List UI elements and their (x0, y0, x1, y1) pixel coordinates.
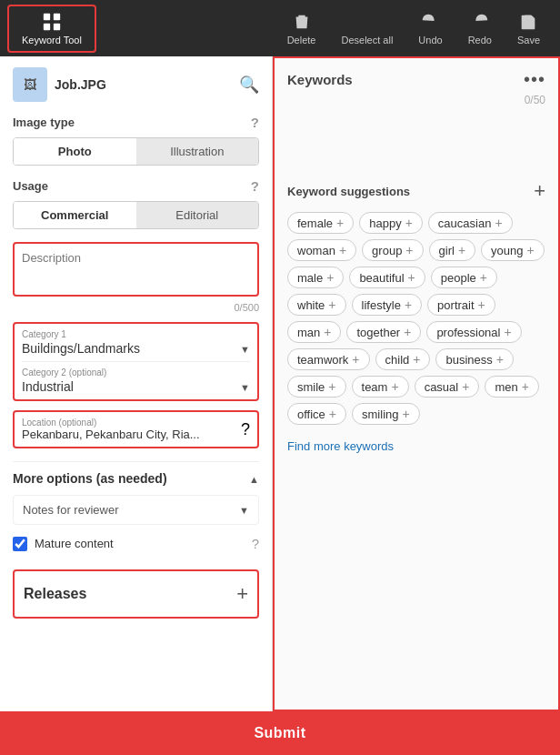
description-count: 0/500 (13, 302, 259, 313)
find-more-keywords-link[interactable]: Find more keywords (287, 439, 394, 453)
redo-icon (470, 12, 490, 32)
usage-section: Usage ? Commercial Editorial (13, 178, 259, 229)
category-section[interactable]: Category 1 Buildings/Landmarks Category … (13, 322, 259, 401)
photo-button[interactable]: Photo (14, 138, 136, 165)
keyword-tag[interactable]: smiling+ (352, 403, 420, 425)
releases-label: Releases (24, 586, 86, 602)
illustration-button[interactable]: Illustration (136, 138, 259, 165)
toolbar: Keyword Tool Delete Deselect all Undo Re… (0, 0, 560, 56)
mature-content-row: Mature content ? (13, 532, 259, 560)
location-value: Pekanbaru, Pekanbaru City, Ria... (22, 428, 200, 441)
keyword-tag[interactable]: child+ (375, 348, 431, 370)
notes-chevron-icon (239, 503, 249, 517)
usage-help-icon[interactable]: ? (251, 178, 259, 194)
keyword-tag[interactable]: group+ (362, 239, 423, 261)
submit-bar[interactable]: Submit (0, 711, 560, 755)
keyword-tag[interactable]: smile+ (287, 376, 346, 398)
keyword-tag[interactable]: young+ (481, 239, 545, 261)
mature-help-icon[interactable]: ? (252, 536, 259, 551)
image-type-label: Image type ? (13, 115, 259, 130)
editorial-button[interactable]: Editorial (136, 202, 259, 228)
delete-icon (292, 12, 312, 32)
save-button[interactable]: Save (505, 6, 553, 51)
svg-rect-1 (54, 13, 60, 19)
category1-chevron-icon (240, 341, 250, 356)
location-inner: Location (optional) Pekanbaru, Pekanbaru… (22, 418, 200, 441)
keyword-tag[interactable]: girl+ (429, 239, 476, 261)
description-input[interactable] (13, 242, 259, 297)
keyword-tag[interactable]: male+ (287, 267, 344, 288)
main-content: 🖼 Job.JPG 🔍 Image type ? Photo Illustrat… (0, 56, 560, 711)
category1-label: Category 1 (22, 329, 250, 339)
more-options-header[interactable]: More options (as needed) (13, 461, 259, 495)
keyword-tag[interactable]: together+ (346, 321, 421, 343)
keyword-tag[interactable]: beautiful+ (349, 267, 425, 288)
redo-label: Redo (468, 35, 492, 45)
svg-rect-4 (525, 23, 532, 28)
keyword-tag[interactable]: happy+ (359, 212, 423, 234)
svg-rect-0 (44, 13, 50, 19)
redo-button[interactable]: Redo (455, 6, 505, 51)
location-section[interactable]: Location (optional) Pekanbaru, Pekanbaru… (13, 410, 259, 448)
suggestions-add-icon[interactable]: + (534, 179, 545, 203)
keyword-tag[interactable]: portrait+ (427, 294, 495, 316)
more-options-chevron-icon (249, 471, 259, 486)
keywords-more-icon[interactable]: ••• (524, 69, 545, 90)
releases-add-icon[interactable]: + (236, 582, 248, 606)
commercial-button[interactable]: Commercial (14, 202, 136, 228)
left-panel: 🖼 Job.JPG 🔍 Image type ? Photo Illustrat… (0, 56, 273, 711)
keyword-tag[interactable]: white+ (287, 294, 346, 316)
file-header: 🖼 Job.JPG 🔍 (13, 67, 259, 102)
svg-rect-5 (525, 15, 531, 19)
keyword-tag[interactable]: professional+ (426, 321, 521, 343)
location-help-icon[interactable]: ? (241, 420, 250, 439)
file-info: 🖼 Job.JPG (13, 67, 106, 102)
keyword-tag[interactable]: office+ (287, 403, 346, 425)
undo-icon (420, 12, 440, 32)
keyword-tag[interactable]: caucasian+ (428, 212, 513, 234)
keyword-tag[interactable]: men+ (485, 376, 538, 398)
notes-for-reviewer[interactable]: Notes for reviewer (13, 495, 259, 525)
mature-checkbox[interactable] (13, 537, 27, 551)
deselect-all-label: Deselect all (341, 35, 393, 45)
keyword-tool-label: Keyword Tool (22, 35, 82, 45)
submit-label: Submit (254, 725, 305, 741)
undo-button[interactable]: Undo (405, 6, 455, 51)
keywords-count: 0/50 (287, 94, 545, 106)
keyword-tag[interactable]: lifestyle+ (352, 294, 423, 316)
image-type-help-icon[interactable]: ? (251, 115, 259, 130)
keyword-tags: female+happy+caucasian+woman+group+girl+… (287, 212, 545, 425)
delete-button[interactable]: Delete (275, 6, 329, 51)
more-options-label: More options (as needed) (13, 471, 167, 486)
keyword-tag[interactable]: casual+ (415, 376, 480, 398)
save-label: Save (517, 35, 540, 45)
delete-label: Delete (287, 35, 316, 45)
category2-select[interactable]: Industrial (22, 378, 250, 394)
file-name: Job.JPG (55, 77, 106, 92)
keyword-tag[interactable]: team+ (352, 376, 409, 398)
deselect-all-button[interactable]: Deselect all (328, 6, 405, 51)
keyword-tag[interactable]: business+ (435, 348, 514, 370)
location-label: Location (optional) (22, 418, 200, 428)
keyword-tag[interactable]: teamwork+ (287, 348, 370, 370)
keywords-header: Keywords ••• (287, 69, 545, 90)
image-type-buttons: Photo Illustration (13, 137, 259, 166)
right-panel: Keywords ••• 0/50 Keyword suggestions + … (273, 56, 560, 711)
zoom-button[interactable]: 🔍 (239, 75, 259, 95)
category2-label: Category 2 (optional) (22, 367, 250, 378)
usage-label: Usage ? (13, 178, 259, 194)
keyword-tag[interactable]: man+ (287, 321, 341, 343)
svg-rect-2 (44, 23, 50, 29)
keyword-tag[interactable]: people+ (431, 267, 497, 288)
category1-select[interactable]: Buildings/Landmarks (22, 339, 250, 356)
keyword-tool-button[interactable]: Keyword Tool (7, 5, 96, 53)
keyword-tag[interactable]: woman+ (287, 239, 356, 261)
keyword-tag[interactable]: female+ (287, 212, 354, 234)
description-section: 0/500 (13, 242, 259, 313)
svg-rect-3 (54, 23, 60, 29)
save-icon (518, 12, 538, 32)
releases-section[interactable]: Releases + (13, 569, 259, 619)
notes-label: Notes for reviewer (23, 503, 118, 517)
file-thumbnail: 🖼 (13, 67, 47, 102)
keyword-tool-icon (42, 12, 62, 32)
